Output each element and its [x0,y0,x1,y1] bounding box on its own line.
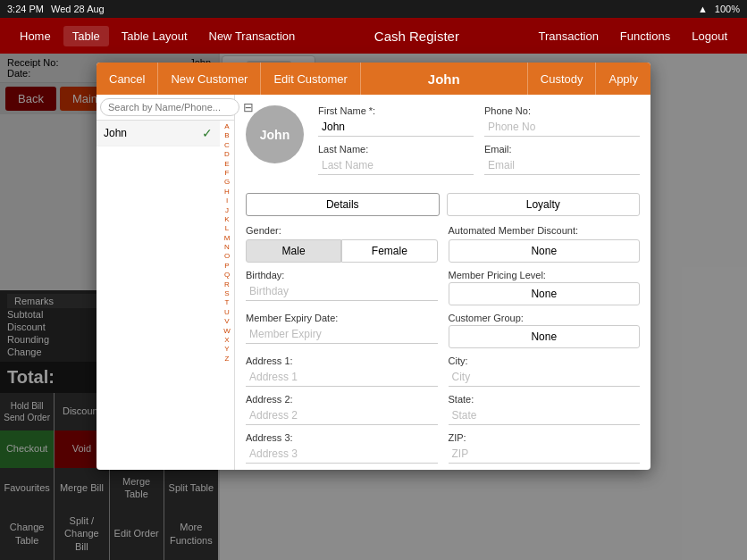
gender-section: Gender: Male Female [246,225,438,263]
gender-male-btn[interactable]: Male [246,239,341,263]
last-name-label: Last Name: [318,144,474,155]
alpha-B[interactable]: B [224,131,229,140]
customer-group-group: Customer Group: None [449,313,641,348]
avatar: John [246,105,304,163]
search-box: ⊟ [97,95,234,121]
pricing-value: None [449,282,641,305]
alpha-X[interactable]: X [224,336,229,345]
search-input[interactable] [100,98,239,116]
zip-label: ZIP: [449,432,641,443]
battery-level: 100% [715,4,740,14]
address3-input[interactable] [246,445,438,464]
expiry-group-row: Member Expiry Date: Customer Group: None [246,313,640,348]
zip-input[interactable] [449,445,641,464]
address1-input[interactable] [246,368,438,387]
pricing-group: Member Pricing Level: None [449,270,641,305]
state-input[interactable] [449,406,641,425]
state-group: State: [449,394,641,425]
apply-button[interactable]: Apply [595,63,650,95]
alpha-G[interactable]: G [224,178,230,187]
alphabet-nav[interactable]: A B C D E F G H I J K L M [220,121,234,470]
alpha-Q[interactable]: Q [224,271,230,280]
alpha-U[interactable]: U [224,308,230,317]
nav-home[interactable]: Home [11,26,60,46]
wifi-icon: ▲ [698,4,708,14]
alpha-W[interactable]: W [223,327,231,336]
nav-transaction[interactable]: Transaction [529,26,607,46]
customer-group-value: None [449,325,641,348]
alpha-V[interactable]: V [224,317,229,326]
customer-names: John ✓ [97,121,220,470]
avatar-section: John First Name *: Phone No: [246,105,640,182]
alpha-J[interactable]: J [225,206,229,215]
customer-list: John ✓ A B C D E F G H [97,121,234,470]
city-label: City: [449,355,641,366]
alpha-R[interactable]: R [224,280,230,289]
zip-group: ZIP: [449,432,641,464]
address3-zip-row: Address 3: ZIP: [246,432,640,464]
nav-new-transaction[interactable]: New Transaction [200,26,305,46]
automated-discount-value: None [449,239,641,263]
alpha-Y[interactable]: Y [224,345,229,354]
custody-button[interactable]: Custody [527,63,596,95]
gender-discount-row: Gender: Male Female Automated Member Dis… [246,225,640,263]
address2-group: Address 2: [246,394,438,425]
expiry-input[interactable] [246,325,438,344]
email-label: Email: [484,144,640,155]
nav-functions[interactable]: Functions [611,26,679,46]
alpha-L[interactable]: L [225,224,229,233]
system-day: Wed 28 Aug [51,4,105,14]
edit-customer-modal: Cancel New Customer Edit Customer John C… [97,63,650,470]
alpha-O[interactable]: O [224,252,230,261]
address2-state-row: Address 2: State: [246,394,640,425]
form-tabs: Details Loyalty [246,193,640,216]
tab-loyalty[interactable]: Loyalty [447,193,641,216]
alpha-Z[interactable]: Z [225,355,230,364]
phone-input[interactable] [484,118,640,137]
alpha-H[interactable]: H [224,188,230,196]
birthday-input[interactable] [246,282,438,301]
alpha-F[interactable]: F [225,169,230,178]
nav-table-layout[interactable]: Table Layout [113,26,197,46]
alpha-I[interactable]: I [226,196,228,205]
first-name-label: First Name *: [318,105,474,116]
alpha-E[interactable]: E [224,160,229,169]
address2-input[interactable] [246,406,438,425]
last-name-group: Last Name: [318,144,474,175]
alpha-C[interactable]: C [224,141,230,150]
gender-female-btn[interactable]: Female [341,239,437,263]
alpha-N[interactable]: N [224,243,230,252]
alpha-D[interactable]: D [224,150,230,159]
modal-overlay: Cancel New Customer Edit Customer John C… [0,54,747,560]
customer-list-panel: ⊟ John ✓ A B C D [97,95,235,470]
nav-logout[interactable]: Logout [683,26,736,46]
new-customer-button[interactable]: New Customer [158,63,261,95]
modal-header: Cancel New Customer Edit Customer John C… [97,63,650,95]
automated-discount-label: Automated Member Discount: [449,225,641,236]
nav-center-title: Cash Register [307,29,525,44]
alpha-A[interactable]: A [224,122,229,131]
alpha-M[interactable]: M [224,234,231,243]
first-name-group: First Name *: [318,105,474,137]
edit-customer-button[interactable]: Edit Customer [261,63,360,95]
first-name-input[interactable] [318,118,474,137]
birthday-group: Birthday: [246,270,438,305]
alpha-P[interactable]: P [224,262,229,271]
alpha-S[interactable]: S [224,289,229,298]
customer-item-john[interactable]: John ✓ [97,121,220,146]
address2-label: Address 2: [246,394,438,405]
expiry-group: Member Expiry Date: [246,313,438,348]
cancel-button[interactable]: Cancel [97,63,158,95]
last-name-input[interactable] [318,156,474,175]
birthday-pricing-row: Birthday: Member Pricing Level: None [246,270,640,305]
state-label: State: [449,394,641,405]
tab-details[interactable]: Details [246,193,440,216]
gender-label: Gender: [246,225,438,236]
customer-name: John [104,127,127,139]
nav-table[interactable]: Table [63,26,109,46]
email-input[interactable] [484,156,640,175]
system-time: 3:24 PM [7,4,44,14]
alpha-T[interactable]: T [225,298,230,307]
alpha-K[interactable]: K [224,215,229,224]
city-input[interactable] [449,368,641,387]
